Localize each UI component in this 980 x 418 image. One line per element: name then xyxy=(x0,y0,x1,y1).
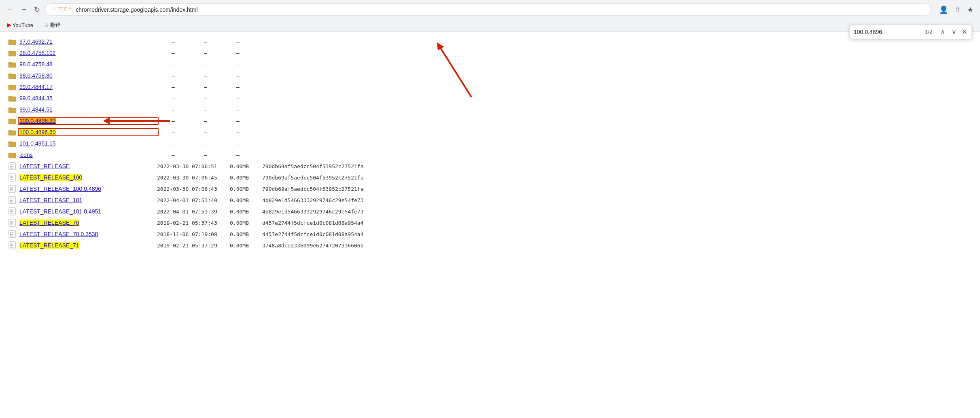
file-link[interactable]: LATEST_RELEASE_100.0.4896 xyxy=(19,186,101,192)
file-link[interactable]: 99.0.4844.51 xyxy=(19,106,53,113)
dash: – xyxy=(189,95,222,101)
list-item: icons – – – xyxy=(8,149,972,160)
dash: – xyxy=(222,129,254,135)
file-name-col: 99.0.4844.17 xyxy=(19,84,157,90)
file-link[interactable]: 99.0.4844.35 xyxy=(19,95,53,101)
toolbar-icons: 👤 ⇧ ★ xyxy=(938,4,975,16)
dash: – xyxy=(222,95,254,101)
file-link[interactable]: 99.0.4844.17 xyxy=(19,84,53,90)
file-icon: 010 101 011 xyxy=(8,219,16,227)
file-link[interactable]: LATEST_RELEASE_101 xyxy=(19,197,82,203)
file-size: 0.00MB xyxy=(230,186,262,192)
file-link[interactable]: icons xyxy=(19,152,33,158)
youtube-icon: ▶ xyxy=(7,22,11,28)
file-size: 0.00MB xyxy=(230,197,262,203)
file-size: 0.00MB xyxy=(230,231,262,237)
reload-button[interactable]: ↻ xyxy=(32,4,42,16)
dash: – xyxy=(157,106,189,113)
file-name-col: LATEST_RELEASE_100 xyxy=(19,174,157,181)
file-icon: 010 101 011 xyxy=(8,162,16,170)
forward-button[interactable]: → xyxy=(19,4,29,15)
list-item: 010 101 011 LATEST_RELEASE_100 2022-03-3… xyxy=(8,172,972,183)
file-link[interactable]: LATEST_RELEASE_70 xyxy=(19,220,79,226)
url-text: chromedriver.storage.googleapis.com/inde… xyxy=(76,6,197,13)
folder-icon xyxy=(8,128,16,136)
list-item: 99.0.4844.35 – – – xyxy=(8,93,972,104)
address-bar[interactable]: △ 不安全 chromedriver.storage.googleapis.co… xyxy=(45,3,931,16)
nav-bar: ← → ↻ △ 不安全 chromedriver.storage.googlea… xyxy=(0,0,980,19)
file-date: 2018-11-06 07:19:08 xyxy=(157,231,230,237)
file-name-col: LATEST_RELEASE_101.0.4951 xyxy=(19,208,157,215)
browser-chrome: ← → ↻ △ 不安全 chromedriver.storage.googlea… xyxy=(0,0,980,32)
folder-icon xyxy=(8,72,16,80)
bookmark-youtube[interactable]: ▶ YouTube xyxy=(5,21,36,29)
list-item: 100.0.4896.60 – – – xyxy=(8,127,972,138)
file-name-col: LATEST_RELEASE xyxy=(19,163,157,169)
svg-text:011: 011 xyxy=(10,190,13,192)
list-item: 99.0.4844.51 – – – xyxy=(8,104,972,115)
dash: – xyxy=(157,72,189,79)
file-link[interactable]: LATEST_RELEASE_101.0.4951 xyxy=(19,208,101,215)
list-item: 98.0.4758.102 – – – xyxy=(8,47,972,59)
file-link[interactable]: 98.0.4758.80 xyxy=(19,72,53,79)
find-input[interactable] xyxy=(854,29,918,35)
highlighted-link[interactable]: 100.0.4896.20 xyxy=(19,118,56,124)
highlighted-link[interactable]: 100.0.4896.60 xyxy=(19,129,56,135)
file-link[interactable]: LATEST_RELEASE_100 xyxy=(19,174,82,181)
dash: – xyxy=(157,84,189,90)
file-size: 0.00MB xyxy=(230,220,262,226)
dash: – xyxy=(157,140,189,147)
bookmark-translate[interactable]: ⇊ 翻译 xyxy=(42,21,63,30)
folder-icon xyxy=(8,94,16,102)
translate-icon: ⇊ xyxy=(45,22,49,28)
file-link[interactable]: LATEST_RELEASE_71 xyxy=(19,242,79,249)
list-item: 010 101 011 LATEST_RELEASE_70 2019-02-21… xyxy=(8,217,972,228)
warning-text: 不安全 xyxy=(58,6,72,12)
svg-rect-7 xyxy=(8,74,12,75)
file-name-col: 98.0.4758.102 xyxy=(19,50,157,56)
share-icon[interactable]: ⇧ xyxy=(953,4,962,16)
dash: – xyxy=(222,118,254,124)
file-hash: 790db69af5aedcc504f53952c27521fa xyxy=(262,163,363,169)
file-name-col: 100.0.4896.20 xyxy=(19,118,157,124)
file-link[interactable]: LATEST_RELEASE xyxy=(19,163,70,169)
list-item: 97.0.4692.71 – – – xyxy=(8,36,972,47)
find-close-button[interactable]: ✕ xyxy=(961,27,967,36)
file-icon: 010 101 011 xyxy=(8,241,16,249)
file-hash: d457e2744f5dcfce1d0c081d08a954a4 xyxy=(262,220,363,226)
file-size: 0.00MB xyxy=(230,243,262,249)
file-name-col: 98.0.4758.48 xyxy=(19,61,157,68)
page-content: 97.0.4692.71 – – – 98.0.4758.102 – – – 9… xyxy=(0,32,980,255)
list-item: 98.0.4758.80 – – – xyxy=(8,70,972,81)
back-button[interactable]: ← xyxy=(5,4,15,15)
list-item: 010 101 011 LATEST_RELEASE_101 2022-04-0… xyxy=(8,194,972,206)
dash: – xyxy=(222,84,254,90)
bookmark-star-icon[interactable]: ★ xyxy=(965,4,975,16)
dash: – xyxy=(189,129,222,135)
file-link[interactable]: LATEST_RELEASE_70.0.3538 xyxy=(19,231,98,237)
file-name-col: icons xyxy=(19,152,157,158)
file-hash: 4b829e1d54663332929746c29e54fe73 xyxy=(262,209,363,215)
file-name-col: LATEST_RELEASE_71 xyxy=(19,242,157,249)
file-link[interactable]: 98.0.4758.48 xyxy=(19,61,53,68)
find-next-button[interactable]: ∨ xyxy=(950,27,958,36)
svg-rect-11 xyxy=(8,96,12,97)
file-icon: 010 101 011 xyxy=(8,173,16,182)
svg-rect-21 xyxy=(8,153,12,154)
file-icon: 010 101 011 xyxy=(8,185,16,193)
file-link[interactable]: 98.0.4758.102 xyxy=(19,50,56,56)
file-date: 2022-04-01 07:53:40 xyxy=(157,197,230,203)
folder-icon xyxy=(8,49,16,57)
list-item: 100.0.4896.20 – – – xyxy=(8,115,972,127)
account-icon[interactable]: 👤 xyxy=(938,4,950,16)
svg-text:011: 011 xyxy=(10,212,13,214)
file-hash: 3748a8dce2336099e62747207336606b xyxy=(262,243,363,249)
svg-text:011: 011 xyxy=(10,224,13,226)
dash: – xyxy=(189,106,222,113)
file-link[interactable]: 97.0.4692.71 xyxy=(19,38,53,45)
dash: – xyxy=(222,38,254,45)
dash: – xyxy=(189,140,222,147)
file-name-col: 99.0.4844.51 xyxy=(19,106,157,113)
file-link[interactable]: 101.0.4951.15 xyxy=(19,140,56,147)
find-prev-button[interactable]: ∧ xyxy=(939,27,947,36)
